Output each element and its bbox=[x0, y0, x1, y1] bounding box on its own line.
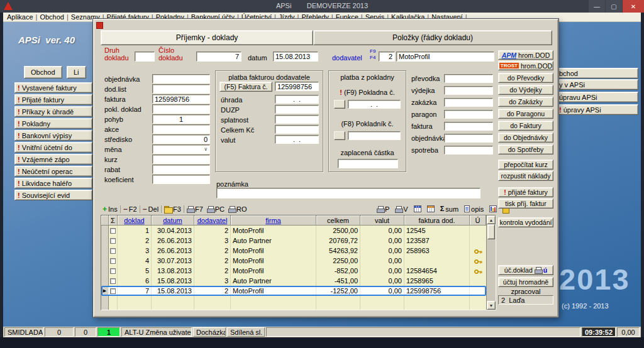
row-checkbox[interactable] bbox=[110, 248, 116, 254]
paragon-field[interactable] bbox=[444, 110, 493, 119]
valut-field[interactable]: . . bbox=[275, 135, 319, 144]
toolbar-chart-button[interactable] bbox=[487, 204, 499, 214]
dodavatel-name-field[interactable]: MotoProfil bbox=[396, 52, 494, 62]
table-row-2[interactable]: 226.06.20133Auto Partner20769,720,001235… bbox=[101, 236, 486, 246]
rozpustit-naklady-button[interactable]: rozpustit náklady bbox=[498, 171, 553, 181]
faktura-doc-field[interactable] bbox=[444, 122, 493, 131]
f9-date-field[interactable]: . . bbox=[348, 100, 401, 109]
table-row-4[interactable]: 430.07.20132MotoProfil2250,000,00 bbox=[101, 256, 486, 266]
sidebar-item-7[interactable]: !Neúčetní operac bbox=[14, 166, 92, 177]
celkem-kc-field[interactable] bbox=[275, 125, 319, 134]
row-checkbox[interactable] bbox=[110, 258, 116, 264]
minimize-button[interactable]: — bbox=[589, 0, 605, 13]
tab-polozky-radky[interactable]: Položky (řádky dokladu) bbox=[313, 30, 552, 45]
toolbar-f7-button[interactable]: F7 bbox=[185, 204, 205, 214]
prevodka-field[interactable] bbox=[444, 74, 493, 83]
chevron-down-icon[interactable]: ∨ bbox=[204, 146, 208, 152]
status-sdilena-button[interactable]: Sdílená sl. bbox=[227, 327, 265, 337]
sidebar-item-9[interactable]: !Související evid bbox=[14, 190, 92, 200]
scroll-down-button[interactable]: ▼ bbox=[487, 301, 496, 310]
do-paragonu-button[interactable]: do Paragonu bbox=[498, 109, 553, 119]
vydejka-field[interactable] bbox=[444, 86, 493, 95]
right-fragment-1[interactable]: y v APSi bbox=[555, 79, 638, 90]
column-header-5[interactable]: firma bbox=[231, 215, 316, 226]
sidebar-item-2[interactable]: !Příkazy k úhradě bbox=[14, 106, 92, 117]
sidebar-item-8[interactable]: !Likvidace haléřo bbox=[14, 178, 92, 188]
toolbar-grid-orange-button[interactable] bbox=[425, 204, 436, 214]
menu-item-1[interactable]: Obchod bbox=[38, 13, 65, 21]
prepocitat-kurz-button[interactable]: přepočítat kurz bbox=[498, 160, 553, 170]
objednavka-doc-field[interactable] bbox=[444, 134, 493, 143]
kontrola-vydodani-button[interactable]: kontrola vydodání bbox=[498, 217, 553, 227]
row-checkbox[interactable] bbox=[110, 268, 116, 274]
prijate-faktury-button[interactable]: !přijaté faktury bbox=[498, 187, 553, 197]
toolbar-opis-button[interactable]: opis bbox=[462, 204, 486, 214]
table-row-5[interactable]: 513.08.20132MotoProfil-852,000,001258465… bbox=[101, 266, 486, 276]
sidebar-item-1[interactable]: !Přijaté faktury bbox=[14, 94, 92, 105]
column-header-2[interactable]: doklad bbox=[118, 215, 152, 226]
row-checkbox[interactable] bbox=[110, 278, 116, 284]
note-field[interactable] bbox=[216, 188, 480, 198]
f5-faktura-button[interactable]: (F5) Faktura č. bbox=[219, 82, 272, 92]
spotreba-field[interactable] bbox=[444, 146, 493, 155]
faktura-field[interactable]: 125998756 bbox=[152, 94, 210, 104]
koeficient-field[interactable] bbox=[152, 175, 210, 184]
scroll-up-button[interactable]: ▲ bbox=[487, 215, 496, 224]
tab-obchod[interactable]: Obchod bbox=[24, 66, 62, 79]
right-fragment-0[interactable]: bchod bbox=[555, 68, 638, 79]
cislo-dokladu-field[interactable]: 7 bbox=[196, 52, 242, 62]
table-row-1[interactable]: 130.04.20132MotoProfil2500,000,0012545 bbox=[101, 226, 486, 236]
do-spotreby-button[interactable]: do Spotřeby bbox=[498, 144, 553, 155]
toolbar-p-button[interactable]: P bbox=[375, 204, 391, 214]
right-fragment-3[interactable]: !úpravy APSi bbox=[555, 104, 638, 115]
table-row-6[interactable]: 615.08.20133Auto Partner-451,000,0012589… bbox=[101, 276, 486, 286]
apm-hrom-dod-button[interactable]: APMhrom.DOD bbox=[498, 50, 553, 60]
do-faktury-button[interactable]: do Faktury bbox=[498, 121, 553, 131]
menu-item-0[interactable]: Aplikace bbox=[6, 13, 35, 21]
trost-hrom-dod-button[interactable]: TROSThrom.DOD bbox=[498, 61, 553, 70]
sidebar-item-6[interactable]: !Vzájemné zápo bbox=[14, 154, 92, 165]
do-vydejky-button[interactable]: do Výdejky bbox=[498, 85, 553, 95]
rabat-field[interactable] bbox=[152, 165, 210, 174]
sidebar-item-5[interactable]: !Vnitřní účetní do bbox=[14, 142, 92, 153]
row-checkbox[interactable] bbox=[110, 228, 116, 234]
right-fragment-2[interactable]: úpravu APSi bbox=[555, 92, 638, 102]
stredisko-field[interactable]: 0 bbox=[152, 134, 210, 144]
uhrada-field[interactable]: . . bbox=[275, 95, 319, 104]
tab-li[interactable]: Li bbox=[67, 66, 86, 79]
kurz-field[interactable] bbox=[152, 155, 210, 164]
splatnost-field[interactable] bbox=[275, 115, 319, 124]
do-objednavky-button[interactable]: do Objednávky bbox=[498, 133, 553, 143]
duzp-field[interactable] bbox=[275, 105, 319, 114]
toolbar-f2-button[interactable]: −F2 bbox=[121, 204, 139, 214]
tab-prijemky-doklady[interactable]: Příjemky - doklady bbox=[101, 30, 313, 45]
toolbar-grid-blue-button[interactable] bbox=[412, 204, 423, 214]
column-header-4[interactable]: dodavatel bbox=[194, 215, 231, 226]
zakazka-field[interactable] bbox=[444, 98, 493, 107]
f5-faktura-field[interactable]: 125998756 bbox=[275, 82, 319, 91]
table-row-3[interactable]: 326.06.20132MotoProfil54263,920,00258963 bbox=[101, 246, 486, 256]
toolbar-ro-button[interactable]: RO bbox=[226, 204, 249, 214]
pokl-doklad-field[interactable] bbox=[152, 104, 210, 114]
uc-doklad-button[interactable]: úč.doklad ú bbox=[498, 265, 553, 275]
uctuj-hromadne-button[interactable]: účtuj hromadně bbox=[498, 277, 553, 287]
datum-field[interactable]: 15.08.2013 bbox=[273, 52, 318, 62]
toolbar-del-button[interactable]: −Del bbox=[141, 204, 161, 214]
objednavka-field[interactable] bbox=[152, 74, 210, 84]
toolbar-v-button[interactable]: V bbox=[393, 204, 409, 214]
row-checkbox[interactable] bbox=[110, 288, 116, 294]
dodavatel-code-field[interactable]: 2 bbox=[379, 52, 395, 62]
toolbar-f3-button[interactable]: F3 bbox=[162, 204, 183, 214]
table-row-7[interactable]: ▶715.08.20132MotoProfil-1252,000,0012599… bbox=[101, 286, 486, 296]
vertical-scrollbar[interactable]: ▲ ▼ bbox=[486, 215, 496, 310]
toolbar-sum-button[interactable]: Σsum bbox=[438, 204, 460, 214]
scroll-thumb[interactable] bbox=[487, 224, 495, 239]
do-zakazky-button[interactable]: do Zakázky bbox=[498, 97, 553, 107]
row-checkbox[interactable] bbox=[110, 238, 116, 244]
f8-pokladnik-button[interactable] bbox=[334, 131, 345, 140]
maximize-button[interactable]: ▢ bbox=[606, 0, 622, 13]
sidebar-item-3[interactable]: !Pokladny bbox=[14, 118, 92, 129]
column-header-3[interactable]: datum bbox=[152, 215, 194, 226]
pohyb-field[interactable]: 1 bbox=[152, 114, 210, 124]
f8-pokladnik-field[interactable] bbox=[348, 131, 401, 140]
